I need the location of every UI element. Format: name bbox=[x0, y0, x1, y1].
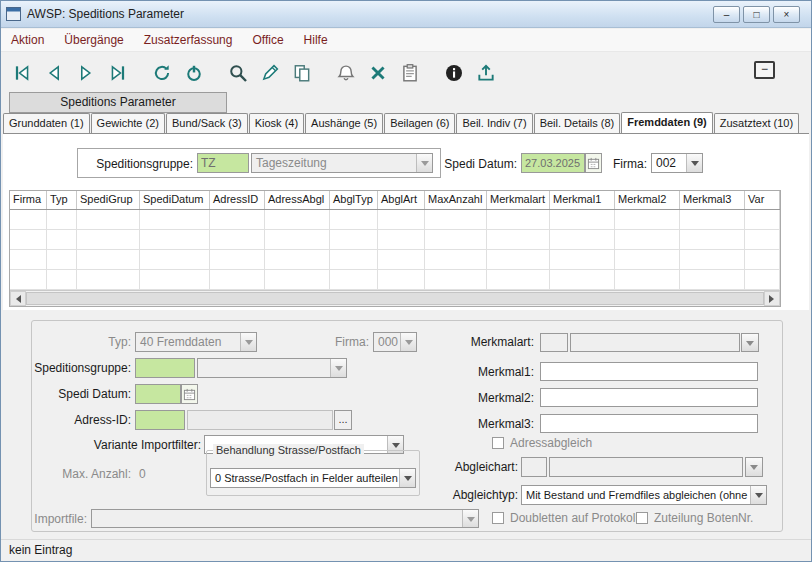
merkmal2-input[interactable] bbox=[540, 388, 758, 407]
firma-filter-label: Firma: bbox=[603, 157, 647, 171]
table-cell bbox=[47, 250, 77, 270]
tab-fremddaten[interactable]: Fremddaten (9) bbox=[621, 112, 712, 133]
tab-row: Grunddaten (1) Gewichte (2) Bund/Sack (3… bbox=[3, 112, 809, 133]
records-table: FirmaTypSpediGrupSpediDatumAdressIDAdres… bbox=[9, 190, 781, 307]
tab-beil-details[interactable]: Beil. Details (8) bbox=[534, 113, 621, 133]
behandlung-combo[interactable]: 0 Strasse/Postfach in Felder aufteilen bbox=[210, 468, 416, 488]
firma-detail-value: 000 bbox=[374, 333, 400, 351]
table-header-row: FirmaTypSpediGrupSpediDatumAdressIDAdres… bbox=[10, 191, 780, 210]
copy-icon bbox=[292, 63, 312, 83]
tab-gewichte[interactable]: Gewichte (2) bbox=[91, 113, 165, 133]
firma-filter-combo[interactable]: 002 bbox=[651, 153, 703, 173]
next-record-button[interactable] bbox=[73, 60, 99, 86]
clipboard-button[interactable] bbox=[397, 60, 423, 86]
menu-aktion[interactable]: Aktion bbox=[1, 29, 54, 51]
collapse-button[interactable]: − bbox=[754, 61, 775, 79]
spedi-datum-filter-input[interactable] bbox=[521, 153, 585, 173]
table-cell bbox=[550, 230, 615, 250]
speditionsgruppe-filter-input[interactable] bbox=[197, 153, 249, 173]
table-cell bbox=[210, 250, 265, 270]
tab-kiosk[interactable]: Kiosk (4) bbox=[249, 113, 304, 133]
minimize-button[interactable]: – bbox=[713, 6, 740, 23]
alarm-button[interactable] bbox=[333, 60, 359, 86]
menu-uebergaenge[interactable]: Übergänge bbox=[54, 29, 133, 51]
clipboard-icon bbox=[400, 63, 420, 83]
behandlung-value: 0 Strasse/Postfach in Felder aufteilen bbox=[211, 469, 399, 487]
column-header-merkmal3: Merkmal3 bbox=[680, 191, 745, 209]
close-button[interactable]: × bbox=[773, 6, 800, 23]
first-record-button[interactable] bbox=[9, 60, 35, 86]
chevron-down-icon bbox=[330, 359, 346, 377]
adressabgleich-checkbox[interactable] bbox=[492, 437, 504, 449]
menu-hilfe[interactable]: Hilfe bbox=[294, 29, 338, 51]
spedi-datum-detail-calendar-button[interactable] bbox=[181, 384, 198, 404]
abgleichart-dropdown-button[interactable] bbox=[745, 457, 763, 477]
maximize-button[interactable]: □ bbox=[743, 6, 770, 23]
power-icon bbox=[184, 63, 204, 83]
edit-button[interactable] bbox=[257, 60, 283, 86]
power-button[interactable] bbox=[181, 60, 207, 86]
tab-zusatztext[interactable]: Zusatztext (10) bbox=[714, 113, 799, 133]
chevron-down-icon bbox=[400, 333, 416, 351]
scrollbar-thumb[interactable] bbox=[26, 292, 764, 305]
chevron-down-icon bbox=[750, 486, 766, 504]
spedi-datum-calendar-button[interactable] bbox=[585, 153, 602, 173]
speditionsgruppe-filter-combo[interactable]: Tageszeitung bbox=[251, 153, 433, 173]
tab-grunddaten[interactable]: Grunddaten (1) bbox=[3, 113, 90, 133]
speditionsgruppe-detail-input[interactable] bbox=[135, 358, 195, 378]
parent-tab-speditions-parameter[interactable]: Speditions Parameter bbox=[9, 92, 227, 113]
table-cell bbox=[745, 230, 780, 250]
export-button[interactable] bbox=[473, 60, 499, 86]
menu-office[interactable]: Office bbox=[242, 29, 293, 51]
menu-zusatzerfassung[interactable]: Zusatzerfassung bbox=[134, 29, 243, 51]
chevron-down-icon bbox=[416, 154, 432, 172]
search-button[interactable] bbox=[225, 60, 251, 86]
last-record-icon bbox=[108, 63, 128, 83]
tab-beil-indiv[interactable]: Beil. Indiv (7) bbox=[456, 113, 532, 133]
info-button[interactable] bbox=[441, 60, 467, 86]
column-header-merkmal2: Merkmal2 bbox=[615, 191, 680, 209]
abgleichart-label: Abgleichart: bbox=[433, 460, 518, 474]
tab-beilagen[interactable]: Beilagen (6) bbox=[384, 113, 455, 133]
behandlung-group-label: Behandlung Strasse/Postfach bbox=[213, 444, 364, 456]
merkmalart-dropdown-button[interactable] bbox=[741, 333, 759, 352]
calendar-icon bbox=[587, 157, 600, 170]
merkmal3-input[interactable] bbox=[540, 414, 758, 433]
copy-button[interactable] bbox=[289, 60, 315, 86]
merkmal1-input[interactable] bbox=[540, 362, 758, 381]
delete-button[interactable] bbox=[365, 60, 391, 86]
scroll-left-button[interactable] bbox=[10, 291, 26, 306]
doubletten-checkbox[interactable] bbox=[492, 512, 504, 524]
scroll-right-button[interactable] bbox=[764, 291, 780, 306]
adress-id-browse-button[interactable]: ... bbox=[334, 410, 352, 430]
toolbar bbox=[1, 53, 811, 92]
refresh-icon bbox=[152, 63, 172, 83]
table-cell bbox=[378, 210, 425, 230]
firma-detail-label: Firma: bbox=[305, 335, 369, 349]
last-record-button[interactable] bbox=[105, 60, 131, 86]
status-bar: kein Eintrag bbox=[1, 539, 811, 561]
next-record-icon bbox=[76, 63, 96, 83]
tab-aushaenge[interactable]: Aushänge (5) bbox=[305, 113, 383, 133]
merkmalart-text-field bbox=[570, 333, 740, 352]
previous-record-button[interactable] bbox=[41, 60, 67, 86]
table-cell bbox=[615, 230, 680, 250]
table-cell bbox=[550, 210, 615, 230]
table-cell bbox=[487, 230, 550, 250]
tab-bund-sack[interactable]: Bund/Sack (3) bbox=[166, 113, 248, 133]
typ-value: 40 Fremddaten bbox=[136, 333, 240, 351]
column-header-maxanzahl: MaxAnzahl bbox=[425, 191, 487, 209]
adress-id-input[interactable] bbox=[135, 410, 185, 430]
firma-detail-combo: 000 bbox=[373, 332, 417, 352]
previous-record-icon bbox=[44, 63, 64, 83]
abgleichtyp-combo[interactable]: Mit Bestand und Fremdfiles abgleichen (o… bbox=[521, 485, 767, 505]
speditionsgruppe-detail-combo[interactable] bbox=[197, 358, 347, 378]
spedi-datum-detail-input[interactable] bbox=[135, 384, 181, 404]
info-icon bbox=[444, 63, 464, 83]
zuteilung-checkbox[interactable] bbox=[636, 512, 648, 524]
zuteilung-label: Zuteilung BotenNr. bbox=[654, 511, 753, 525]
merkmalart-label: Merkmalart: bbox=[443, 335, 534, 349]
horizontal-scrollbar[interactable] bbox=[10, 290, 780, 306]
refresh-button[interactable] bbox=[149, 60, 175, 86]
chevron-down-icon bbox=[240, 333, 256, 351]
